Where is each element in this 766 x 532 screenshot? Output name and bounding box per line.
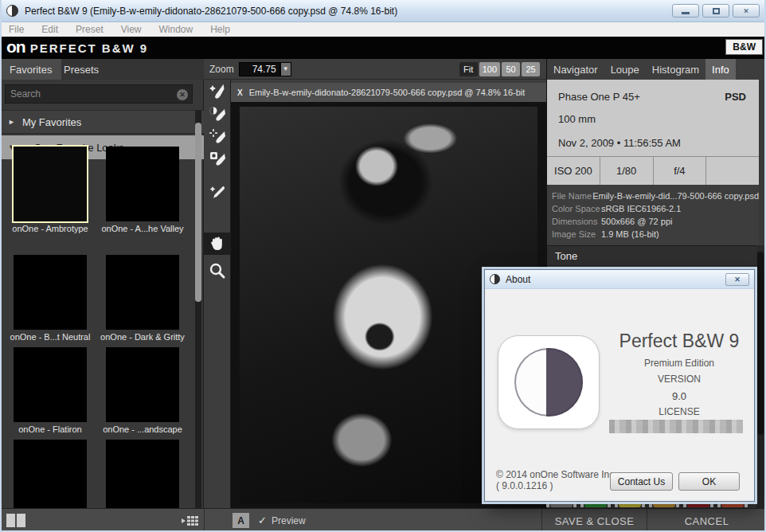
bw-module-button[interactable]: B&W [725, 39, 763, 55]
field-label: Dimensions [552, 217, 601, 226]
zoom-dropdown-arrow-icon[interactable]: ▼ [280, 62, 291, 76]
close-icon: ✕ [734, 276, 741, 284]
contact-us-button[interactable]: Contact Us [610, 472, 673, 491]
yellow-slider[interactable] [619, 503, 641, 507]
exposure-row: ISO 200 1/80 f/4 [547, 156, 759, 185]
preset-browser-panel: Favorites Presets ✕ ► My Favorites ▼ onO… [0, 59, 204, 508]
preset-thumbnail[interactable] [14, 255, 87, 330]
preset-thumbnail[interactable] [106, 440, 179, 508]
preset-thumbnail[interactable] [14, 147, 87, 221]
document-tab[interactable]: X Emily-B-w-emily-didonato-28621079-500-… [231, 83, 546, 102]
field-value: Emily-B-w-emily-did...79-500-666 copy.ps… [592, 191, 759, 201]
menu-view[interactable]: View [112, 24, 150, 35]
zoom-50-button[interactable]: 50 [502, 62, 520, 76]
zoom-label: Zoom [209, 64, 234, 75]
field-value: 500x666 @ 72 ppi [601, 217, 672, 226]
zoom-value-field[interactable]: 74.75 [239, 62, 280, 76]
preview-label[interactable]: Preview [272, 515, 306, 526]
field-value: sRGB IEC61966-2.1 [601, 204, 681, 213]
right-scrollbar-thumb[interactable] [757, 252, 764, 435]
preset-item[interactable] [6, 440, 94, 508]
capture-datetime: Nov 2, 2009 • 11:56:55 AM [558, 137, 681, 149]
tab-navigator[interactable]: Navigator [547, 59, 604, 80]
tab-histogram[interactable]: Histogram [646, 59, 705, 80]
dual-pane-icon[interactable] [6, 514, 25, 527]
thumbnail-grid-icon[interactable] [182, 515, 199, 530]
window-titlebar[interactable]: Perfect B&W 9 (Emily-B-w-emily-didonato-… [0, 0, 766, 22]
aperture-value: f/4 [654, 157, 707, 185]
preset-item[interactable]: onOne - Ambrotype [6, 147, 94, 233]
preset-label: onOne - A...he Valley [99, 224, 186, 233]
app-icon [490, 274, 500, 284]
preset-thumbnail[interactable] [106, 255, 179, 330]
zoom-25-button[interactable]: 25 [522, 62, 540, 76]
about-close-button[interactable]: ✕ [725, 273, 749, 286]
zoom-100-button[interactable]: 100 [479, 62, 500, 76]
amber-slider[interactable] [653, 503, 675, 507]
orange-slider[interactable] [721, 503, 744, 507]
preset-label: onOne - B...t Neutral [6, 332, 94, 342]
about-dialog: About ✕ Perfect B&W 9 Premium Edition VE… [484, 269, 755, 502]
field-label: File Name [552, 191, 592, 201]
preset-item[interactable]: onOne - ...andscape [99, 347, 186, 434]
about-dialog-titlebar[interactable]: About [485, 270, 754, 289]
tool-column [204, 80, 231, 508]
search-box[interactable]: ✕ [5, 84, 193, 104]
menu-window[interactable]: Window [150, 24, 202, 35]
maximize-button[interactable] [702, 4, 729, 18]
menubar: File Edit Preset View Window Help [0, 22, 766, 37]
zoom-fit-button[interactable]: Fit [459, 62, 478, 76]
menu-file[interactable]: File [0, 24, 33, 35]
green-slider[interactable] [584, 503, 607, 507]
menu-edit[interactable]: Edit [33, 24, 67, 35]
cancel-button[interactable]: CANCEL [647, 509, 766, 532]
preset-thumbnail[interactable] [106, 147, 179, 221]
preset-thumbnail[interactable] [106, 347, 179, 422]
preset-thumbnail[interactable] [14, 347, 87, 422]
preset-label: onOne - ...andscape [99, 424, 186, 434]
tool-hand[interactable] [204, 233, 231, 255]
menu-preset[interactable]: Preset [67, 24, 112, 35]
version-value: 9.0 [611, 390, 748, 402]
build-number: ( 9.0.0.1216 ) [496, 480, 553, 491]
document-tab-label: Emily-B-w-emily-didonato-28621079-500-66… [249, 88, 526, 97]
preset-item[interactable]: onOne - Flatiron [6, 347, 94, 434]
menu-help[interactable]: Help [201, 24, 239, 35]
close-button[interactable]: ✕ [733, 4, 760, 18]
tool-perfect-brush[interactable] [204, 81, 231, 104]
tab-favorites[interactable]: Favorites [0, 59, 61, 80]
tool-bw-brush[interactable] [204, 104, 231, 126]
compare-a-button[interactable]: A [233, 513, 249, 528]
minimize-button[interactable] [672, 4, 699, 18]
preset-thumbnail[interactable] [14, 440, 87, 508]
save-close-button[interactable]: SAVE & CLOSE [542, 509, 647, 532]
tab-info[interactable]: Info [705, 59, 736, 80]
search-input[interactable] [10, 88, 170, 100]
tone-section-header[interactable]: Tone [547, 245, 759, 266]
tab-loupe[interactable]: Loupe [604, 59, 646, 80]
ok-button[interactable]: OK [678, 472, 740, 491]
product-icon [498, 335, 600, 429]
preset-item[interactable] [99, 440, 186, 508]
preset-item[interactable]: onOne - Dark & Gritty [99, 255, 186, 342]
preset-item[interactable]: onOne - A...he Valley [99, 147, 186, 233]
left-scrollbar-thumb[interactable] [195, 123, 201, 302]
tab-presets[interactable]: Presets [54, 59, 108, 80]
red-slider[interactable] [687, 503, 709, 507]
half-moon-icon [514, 348, 583, 417]
file-format-badge: PSD [725, 91, 746, 103]
gray-slider[interactable] [550, 503, 573, 507]
flash-value [706, 157, 759, 185]
tool-zoom-magnifier[interactable] [204, 260, 231, 282]
tool-color-picker-eyedropper[interactable] [204, 182, 231, 204]
section-my-favorites[interactable]: ► My Favorites [0, 110, 204, 134]
app-header: on PERFECT B&W 9 B&W [0, 37, 766, 59]
preset-item[interactable]: onOne - B...t Neutral [6, 255, 94, 342]
tab-close-icon[interactable]: X [237, 88, 243, 97]
tool-targeted-brush[interactable] [204, 126, 231, 148]
preset-label: onOne - Dark & Gritty [99, 332, 186, 342]
tool-masking-brush[interactable] [204, 148, 231, 170]
preview-checkmark-icon[interactable]: ✓ [258, 514, 267, 526]
search-clear-icon[interactable]: ✕ [177, 89, 188, 100]
document-tab-bar: X Emily-B-w-emily-didonato-28621079-500-… [231, 83, 546, 102]
